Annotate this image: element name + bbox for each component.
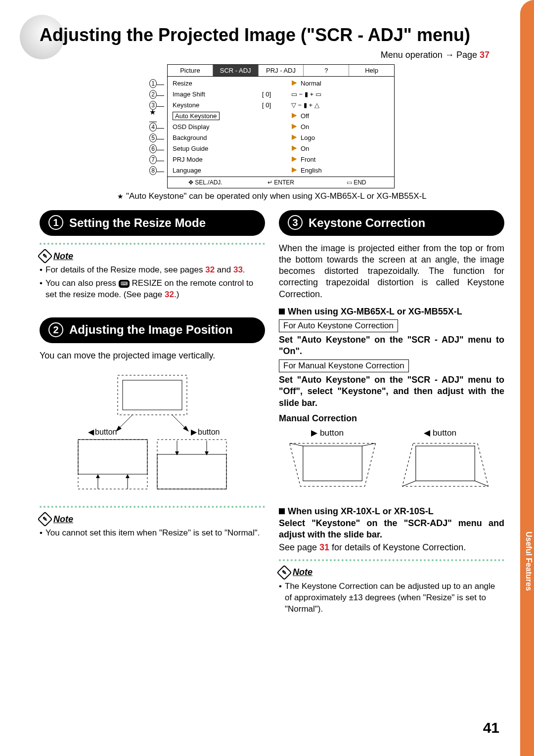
sec3-note-bullet: The Keystone Correction can be adjusted … bbox=[279, 581, 504, 615]
svg-marker-11 bbox=[96, 474, 100, 478]
footnote-text: "Auto Keystone" can be operated only whe… bbox=[126, 191, 427, 201]
dotted-separator bbox=[40, 243, 265, 245]
note-label: Note bbox=[293, 567, 312, 578]
section-3-title: Keystone Correction bbox=[309, 216, 425, 230]
dotted-separator bbox=[279, 559, 504, 561]
svg-text:◀ button: ◀ button bbox=[424, 428, 456, 438]
left-button-label: button bbox=[95, 428, 117, 436]
section-1-title: Setting the Resize Mode bbox=[69, 216, 206, 230]
svg-rect-9 bbox=[78, 440, 147, 474]
svg-rect-0 bbox=[118, 375, 187, 415]
menu-row-number: ★ — bbox=[149, 111, 164, 122]
box-manual-keystone: For Manual Keystone Correction bbox=[279, 359, 409, 372]
svg-rect-15 bbox=[157, 454, 226, 489]
image-shift-diagram: ◀button ▶button bbox=[68, 370, 236, 501]
menu-row-number: 5 — bbox=[149, 133, 164, 143]
menu-operation-line: Menu operation → Page 37 bbox=[40, 50, 504, 60]
svg-line-29 bbox=[475, 481, 488, 487]
svg-rect-8 bbox=[78, 440, 147, 489]
menu-footer-cell: ↵ ENTER bbox=[243, 177, 319, 188]
sec3-subhead-a: When using XG-MB65X-L or XG-MB55X-L bbox=[279, 306, 504, 317]
page-number: 41 bbox=[483, 719, 499, 736]
keystone-diagram: ▶ button ◀ button bbox=[279, 427, 504, 499]
svg-marker-19 bbox=[205, 451, 209, 455]
sec1-bullet-2: You can also press ⌨ RESIZE on the remot… bbox=[40, 278, 265, 301]
menu-row: Resize⯈Normal bbox=[168, 78, 394, 89]
note-label: Note bbox=[53, 251, 73, 262]
menu-row: Image Shift[ 0]▭ − ▮ + ▭ bbox=[168, 89, 394, 99]
page-link-31[interactable]: 31 bbox=[319, 542, 329, 552]
menu-operation-page-link[interactable]: 37 bbox=[480, 50, 490, 60]
menu-tab: Picture bbox=[168, 65, 213, 76]
note-heading: ✎ Note bbox=[40, 251, 265, 262]
note-heading: ✎ Note bbox=[279, 567, 504, 578]
menu-operation-pagelabel: Page bbox=[456, 50, 480, 60]
note-diamond-icon: ✎ bbox=[37, 512, 52, 527]
note-label: Note bbox=[53, 514, 73, 525]
sec3-subhead-b: When using XR-10X-L or XR-10S-L bbox=[279, 506, 504, 517]
page-title: Adjusting the Projected Image ("SCR - AD… bbox=[40, 25, 504, 45]
svg-marker-22 bbox=[290, 444, 376, 487]
svg-line-25 bbox=[362, 444, 375, 446]
sec1-bullet-1: For details of the Resize mode, see page… bbox=[40, 265, 265, 276]
menu-tab: SCR - ADJ bbox=[213, 65, 259, 76]
auto-keystone-instruction: Set "Auto Keystone" on the "SCR - ADJ" m… bbox=[279, 334, 504, 357]
osd-menu-diagram: 1 —2 —3 —★ —4 —5 —6 —7 —8 — PictureSCR -… bbox=[40, 64, 504, 188]
section-3-heading: 3 Keystone Correction bbox=[279, 210, 504, 236]
menu-row-number: 6 — bbox=[149, 143, 164, 154]
menu-row-number: 8 — bbox=[149, 165, 164, 176]
arrow-right-icon: → bbox=[445, 50, 456, 60]
menu-row-number: 2 — bbox=[149, 89, 164, 100]
menu-row: Language⯈English bbox=[168, 165, 394, 176]
menu-row-number: 1 — bbox=[149, 78, 164, 89]
square-bullet-icon bbox=[279, 309, 285, 314]
menu-operation-prefix: Menu operation bbox=[381, 50, 443, 60]
menu-row: Keystone[ 0]▽ − ▮ + △ bbox=[168, 99, 394, 110]
menu-row: PRJ Mode⯈Front bbox=[168, 154, 394, 165]
menu-row: OSD Display⯈On bbox=[168, 121, 394, 132]
manual-correction-label: Manual Correction bbox=[279, 413, 504, 424]
svg-rect-23 bbox=[303, 446, 362, 481]
note-diamond-icon: ✎ bbox=[37, 249, 52, 264]
menu-tab: ? bbox=[304, 65, 349, 76]
svg-line-24 bbox=[290, 444, 303, 446]
svg-text:▶ button: ▶ button bbox=[311, 428, 344, 438]
section-2-title: Adjusting the Image Position bbox=[69, 323, 233, 337]
menu-row: Background⯈Logo bbox=[168, 132, 394, 143]
svg-marker-26 bbox=[402, 444, 489, 487]
auto-keystone-footnote: ★ "Auto Keystone" can be operated only w… bbox=[40, 191, 504, 201]
svg-rect-14 bbox=[157, 440, 226, 489]
menu-footer-cell: ▭ END bbox=[318, 177, 394, 188]
section-1-heading: 1 Setting the Resize Mode bbox=[40, 210, 265, 236]
menu-row-number: 4 — bbox=[149, 122, 164, 133]
star-icon: ★ bbox=[117, 192, 124, 200]
menu-row: Auto Keystone⯈Off bbox=[168, 110, 394, 121]
circled-2-icon: 2 bbox=[48, 322, 63, 337]
svg-rect-27 bbox=[416, 446, 475, 481]
svg-line-28 bbox=[402, 481, 416, 487]
note-diamond-icon: ✎ bbox=[276, 565, 292, 580]
menu-tab: PRJ - ADJ bbox=[259, 65, 304, 76]
menu-row-number: 7 — bbox=[149, 154, 164, 165]
circled-3-icon: 3 bbox=[288, 215, 303, 230]
manual-keystone-instruction: Set "Auto Keystone" on the "SCR - ADJ" m… bbox=[279, 374, 504, 409]
menu-footer-cell: ✥ SEL./ADJ. bbox=[168, 177, 243, 188]
box-auto-keystone: For Auto Keystone Correction bbox=[279, 319, 398, 332]
sec3-b-instruction: Select "Keystone" on the "SCR-ADJ" menu … bbox=[279, 518, 504, 541]
dotted-separator bbox=[40, 506, 265, 508]
see-page-line: See page 31 for details of Keystone Corr… bbox=[279, 542, 504, 553]
svg-text:◀: ◀ bbox=[88, 428, 94, 436]
menu-row: Setup Guide⯈On bbox=[168, 143, 394, 154]
menu-tab: Help bbox=[349, 65, 394, 76]
resize-button-icon: ⌨ bbox=[119, 280, 130, 288]
section-2-heading: 2 Adjusting the Image Position bbox=[40, 317, 265, 343]
page-link-33[interactable]: 33 bbox=[233, 265, 243, 274]
svg-text:▶: ▶ bbox=[191, 428, 197, 436]
page-link-32b[interactable]: 32 bbox=[165, 290, 174, 299]
svg-marker-17 bbox=[175, 451, 179, 455]
svg-marker-13 bbox=[126, 474, 130, 478]
right-button-label: button bbox=[198, 428, 220, 436]
sec2-body: You can move the projected image vertica… bbox=[40, 350, 265, 361]
circled-1-icon: 1 bbox=[48, 215, 63, 230]
page-link-32[interactable]: 32 bbox=[205, 265, 215, 274]
